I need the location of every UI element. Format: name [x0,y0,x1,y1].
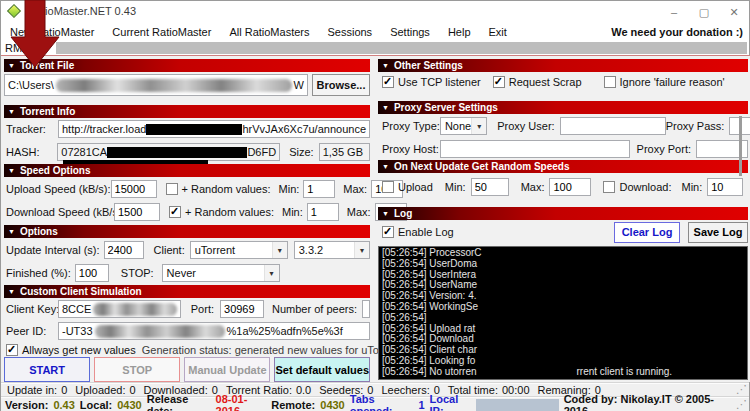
min-label: Min: [279,183,300,195]
download-random-checkbox[interactable] [169,206,181,218]
min-label: Min: [681,181,702,193]
manual-update-button[interactable]: Manual Update [184,357,270,382]
tcp-listener-checkbox[interactable] [382,76,394,88]
always-new-values-label[interactable]: Allways get new values [22,344,136,356]
menu-exit[interactable]: Exit [480,26,516,38]
menu-new-ratiomaster[interactable]: New RatioMaster [1,26,103,38]
section-header-random-speeds[interactable]: ▼ On Next Update Get Random Speeds [378,160,748,173]
ignore-failure-label[interactable]: Ignore 'failure reason' [620,76,725,88]
peer-id-label: Peer ID: [6,325,58,337]
browse-button[interactable]: Browse... [312,74,370,96]
ignore-failure-checkbox[interactable] [604,76,616,88]
section-header-torrent-info[interactable]: ▼ Torrent Info [4,105,370,118]
set-default-values-button[interactable]: Set default values [274,357,370,382]
torrent-file-path-field[interactable]: C:\Users\ W [4,74,308,96]
save-log-button[interactable]: Save Log [688,222,748,243]
client-version-select[interactable]: 3.3.2 ▾ [294,241,370,259]
tab-strip: RM [1,41,749,55]
menu-sessions[interactable]: Sessions [318,26,381,38]
proxy-type-select[interactable]: None ▾ [440,117,487,135]
menu-settings[interactable]: Settings [381,26,439,38]
random-download-checkbox[interactable] [603,181,615,193]
random-download-min-input[interactable] [707,178,743,196]
download-speed-input[interactable] [114,203,160,221]
resize-grip[interactable]: ⋰ [736,398,749,411]
request-scrap-label[interactable]: Request Scrap [509,76,582,88]
credit-text: Coded by: Nikolay.IT © 2005-2016 [564,393,731,411]
maximize-button[interactable]: ▢ [689,1,719,23]
size-field: 1,35 GB [319,143,370,161]
status-label: Update in: [7,384,57,396]
upload-speed-input[interactable] [111,180,157,198]
collapse-triangle-icon: ▼ [8,167,15,174]
close-button[interactable]: ✕ [719,1,749,23]
section-header-speed-options[interactable]: ▼ Speed Options [4,164,370,177]
section-header-torrent-file[interactable]: ▼ Torrent File [4,59,370,72]
upload-random-checkbox[interactable] [166,183,178,195]
minimize-button[interactable]: – [659,1,689,23]
menu-all-ratiomasters[interactable]: All RatioMasters [220,26,318,38]
section-header-other-settings[interactable]: ▼ Other Settings [378,59,748,72]
section-title: Custom Client Simulation [20,286,142,297]
local-value: 0430 [117,399,141,411]
censored-path-blur [56,79,292,92]
random-upload-min-input[interactable] [471,178,509,196]
random-upload-max-input[interactable] [549,178,591,196]
hash-field[interactable]: 07281CA D6FD [57,143,280,161]
upload-speed-label: Upload Speed (kB/s): [6,183,111,195]
stop-button[interactable]: STOP [94,357,180,382]
section-header-proxy[interactable]: ▼ Proxy Server Settings [378,101,748,114]
proxy-user-label: Proxy User: [497,120,554,132]
tcp-listener-label[interactable]: Use TCP listener [398,76,481,88]
resize-grip[interactable]: ⋰ [736,383,749,396]
proxy-user-input[interactable] [560,117,666,135]
random-values-label[interactable]: + Random values: [185,206,274,218]
max-label: Max: [521,181,545,193]
peers-input[interactable] [362,300,370,318]
section-title: Other Settings [394,60,463,71]
always-new-values-checkbox[interactable] [6,344,18,356]
start-button[interactable]: START [4,357,90,382]
peer-id-field[interactable]: -UT33 %1a%25%adfn%5e%3f [58,322,370,340]
title-bar: RatioMaster.NET 0.43 – ▢ ✕ [1,1,749,23]
enable-log-label[interactable]: Enable Log [398,226,454,238]
client-select[interactable]: uTorrent ▾ [190,241,288,259]
collapse-triangle-icon: ▼ [8,62,15,69]
status-value: 0 [61,384,67,396]
random-download-label[interactable]: Download: [619,181,671,193]
update-interval-input[interactable] [104,241,144,259]
menu-help[interactable]: Help [439,26,480,38]
stop-value: Never [167,267,196,279]
client-key-field[interactable]: 8CCE [58,300,181,318]
proxy-host-input[interactable] [440,140,630,158]
collapse-triangle-icon: ▼ [8,228,15,235]
random-values-label[interactable]: + Random values: [182,183,271,195]
menu-current-ratiomaster[interactable]: Current RatioMaster [103,26,220,38]
tracker-label: Tracker: [6,123,58,135]
app-icon [7,4,21,18]
peers-label: Number of peers: [272,303,357,315]
finished-label: Finished (%): [6,267,71,279]
download-min-input[interactable] [307,203,339,221]
upload-min-input[interactable] [303,180,335,198]
max-label: Max: [347,206,371,218]
random-upload-checkbox[interactable] [382,181,394,193]
random-upload-label[interactable]: Upload [398,181,433,193]
enable-log-checkbox[interactable] [382,226,394,238]
client-label: Client: [154,244,185,256]
section-header-options[interactable]: ▼ Options [4,225,370,238]
port-input[interactable] [220,300,264,318]
collapse-triangle-icon: ▼ [8,288,15,295]
proxy-port-label: Proxy Port: [637,143,691,155]
hash-label: HASH: [6,146,57,158]
stop-select[interactable]: Never ▾ [162,264,280,282]
log-console[interactable]: [05:26:54] ProcessorC [05:26:54] UserDom… [378,246,748,380]
request-scrap-checkbox[interactable] [493,76,505,88]
section-header-log[interactable]: ▼ Log [378,207,748,220]
log-scrollbar-thumb[interactable] [739,116,742,176]
clear-log-button[interactable]: Clear Log [614,222,680,243]
tracker-field[interactable]: http://tracker.load hrVvJAx6Xc7u/announc… [58,120,370,138]
section-header-custom-client[interactable]: ▼ Custom Client Simulation [4,285,370,298]
finished-input[interactable] [75,264,109,282]
tab-rm[interactable]: RM [5,42,22,54]
